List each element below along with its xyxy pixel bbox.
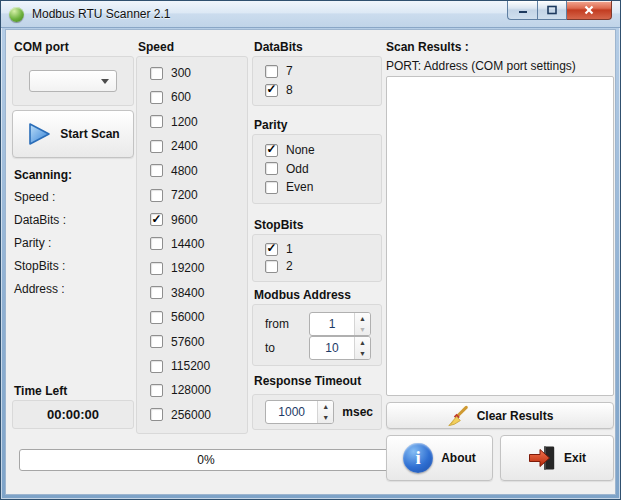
speed-option[interactable]: ✓ 56000	[150, 310, 241, 324]
speed-option[interactable]: ✓ 19200	[150, 261, 241, 275]
scanning-status-item: Parity :	[14, 236, 66, 250]
checkbox-icon[interactable]: ✓	[150, 262, 163, 275]
parity-option[interactable]: ✓ Even	[265, 180, 375, 194]
checkbox-icon[interactable]: ✓	[150, 140, 163, 153]
address-from-spinner[interactable]: 1 ▲ ▼	[309, 312, 371, 336]
com-port-select[interactable]	[29, 70, 117, 92]
timeout-spinner[interactable]: 1000 ▲ ▼	[265, 400, 334, 424]
speed-label: Speed	[138, 40, 174, 54]
minimize-button[interactable]	[507, 1, 537, 20]
spin-up-icon[interactable]: ▲	[355, 313, 370, 324]
window-controls	[507, 1, 612, 20]
scanning-status-list: Speed :DataBits :Parity :StopBits :Addre…	[14, 190, 66, 296]
broom-icon	[447, 405, 469, 427]
checkbox-icon[interactable]: ✓	[265, 181, 278, 194]
parity-option-label: None	[286, 143, 315, 157]
stopbits-label: StopBits	[254, 218, 303, 232]
checkbox-icon[interactable]: ✓	[150, 115, 163, 128]
speed-option-label: 4800	[171, 164, 198, 178]
checkbox-icon[interactable]: ✓	[265, 243, 278, 256]
com-port-label: COM port	[14, 40, 69, 54]
maximize-icon	[546, 4, 558, 16]
speed-option-label: 115200	[171, 359, 210, 373]
speed-option[interactable]: ✓ 38400	[150, 286, 241, 300]
maximize-button[interactable]	[537, 1, 567, 20]
databits-option[interactable]: ✓ 8	[265, 83, 375, 97]
modbus-address-group: from 1 ▲ ▼ to 10 ▲ ▼	[252, 304, 382, 366]
start-scan-label: Start Scan	[60, 127, 119, 141]
timeout-unit-label: msec	[342, 405, 373, 419]
response-timeout-group: 1000 ▲ ▼ msec	[252, 394, 382, 430]
start-scan-button[interactable]: Start Scan	[12, 110, 134, 158]
app-window: Modbus RTU Scanner 2.1 COM port	[0, 0, 621, 500]
spin-down-icon[interactable]: ▼	[318, 412, 333, 423]
address-to-spinner[interactable]: 10 ▲ ▼	[309, 336, 371, 360]
client-area: COM port Start Scan Scanning: Speed :Dat…	[5, 29, 616, 495]
scanning-status-item: Address :	[14, 282, 66, 296]
speed-option[interactable]: ✓ 1200	[150, 115, 241, 129]
scan-results-subtitle: PORT: Address (COM port settings)	[386, 59, 576, 73]
title-bar[interactable]: Modbus RTU Scanner 2.1	[1, 1, 620, 28]
checkbox-icon[interactable]: ✓	[265, 84, 278, 97]
spin-up-icon[interactable]: ▲	[355, 337, 370, 348]
timeout-value: 1000	[266, 401, 317, 423]
checkbox-icon[interactable]: ✓	[150, 384, 163, 397]
speed-option[interactable]: ✓ 2400	[150, 139, 241, 153]
checkbox-icon[interactable]: ✓	[265, 260, 278, 273]
speed-option-label: 9600	[171, 213, 198, 227]
clear-results-label: Clear Results	[477, 409, 554, 423]
clear-results-button[interactable]: Clear Results	[386, 402, 614, 429]
checkbox-icon[interactable]: ✓	[265, 144, 278, 157]
speed-option[interactable]: ✓ 14400	[150, 237, 241, 251]
checkbox-icon[interactable]: ✓	[265, 65, 278, 78]
speed-option[interactable]: ✓ 115200	[150, 359, 241, 373]
spin-up-icon[interactable]: ▲	[318, 401, 333, 412]
scan-results-listbox[interactable]	[386, 76, 614, 396]
speed-option[interactable]: ✓ 57600	[150, 335, 241, 349]
parity-group: ✓ None ✓ Odd ✓ Even	[252, 134, 382, 204]
scanning-status-item: Speed :	[14, 190, 66, 204]
speed-option-label: 256000	[171, 408, 211, 422]
speed-option[interactable]: ✓ 9600	[150, 213, 241, 227]
speed-option[interactable]: ✓ 128000	[150, 383, 241, 397]
checkbox-icon[interactable]: ✓	[150, 311, 163, 324]
checkbox-icon[interactable]: ✓	[150, 335, 163, 348]
speed-option-label: 7200	[171, 188, 198, 202]
speed-option[interactable]: ✓ 7200	[150, 188, 241, 202]
checkbox-icon[interactable]: ✓	[150, 91, 163, 104]
scanning-status-item: DataBits :	[14, 213, 66, 227]
checkbox-icon[interactable]: ✓	[150, 213, 163, 226]
stopbits-option[interactable]: ✓ 2	[265, 259, 375, 273]
speed-option-label: 19200	[171, 261, 204, 275]
parity-option[interactable]: ✓ None	[265, 143, 375, 157]
close-button[interactable]	[567, 1, 612, 20]
checkbox-icon[interactable]: ✓	[150, 286, 163, 299]
speed-option[interactable]: ✓ 300	[150, 66, 241, 80]
scanning-label: Scanning:	[14, 168, 72, 182]
checkbox-icon[interactable]: ✓	[150, 408, 163, 421]
chevron-down-icon	[101, 79, 109, 84]
speed-option[interactable]: ✓ 600	[150, 90, 241, 104]
checkbox-icon[interactable]: ✓	[150, 360, 163, 373]
response-timeout-label: Response Timeout	[254, 374, 361, 388]
window-title: Modbus RTU Scanner 2.1	[32, 7, 171, 21]
speed-option[interactable]: ✓ 256000	[150, 408, 241, 422]
spin-down-icon[interactable]: ▼	[355, 324, 370, 335]
speed-group: ✓ 300 ✓ 600 ✓ 1200 ✓ 2400	[136, 56, 248, 434]
databits-option[interactable]: ✓ 7	[265, 64, 375, 78]
databits-option-label: 7	[286, 64, 293, 78]
parity-option-label: Even	[286, 180, 313, 194]
exit-button[interactable]: Exit	[500, 435, 614, 481]
stopbits-option[interactable]: ✓ 1	[265, 242, 375, 256]
checkbox-icon[interactable]: ✓	[150, 237, 163, 250]
checkbox-icon[interactable]: ✓	[265, 162, 278, 175]
speed-option[interactable]: ✓ 4800	[150, 164, 241, 178]
stopbits-group: ✓ 1 ✓ 2	[252, 234, 382, 282]
checkbox-icon[interactable]: ✓	[150, 189, 163, 202]
spin-down-icon[interactable]: ▼	[355, 348, 370, 359]
from-label: from	[265, 317, 289, 331]
parity-option[interactable]: ✓ Odd	[265, 162, 375, 176]
about-button[interactable]: i About	[386, 435, 493, 481]
checkbox-icon[interactable]: ✓	[150, 67, 163, 80]
checkbox-icon[interactable]: ✓	[150, 164, 163, 177]
